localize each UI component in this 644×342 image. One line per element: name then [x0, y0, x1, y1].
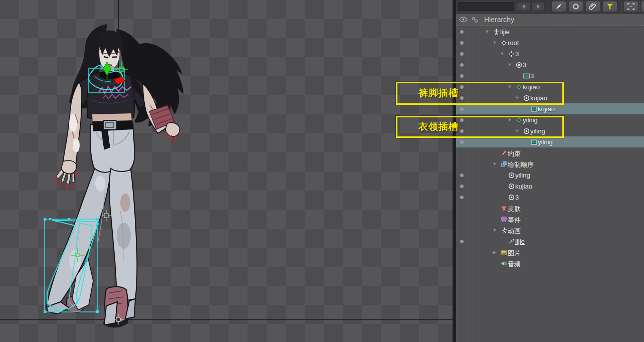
- expander-arrow[interactable]: ▼: [500, 50, 505, 57]
- tree-row-animations[interactable]: ▼ 动画: [456, 225, 644, 236]
- tree-row-label: 3: [523, 61, 526, 69]
- attachment-tool-button[interactable]: [585, 1, 600, 12]
- expander-arrow[interactable]: ▼: [492, 39, 497, 46]
- constraint-pin-icon: [501, 150, 507, 156]
- expander-arrow[interactable]: ▼: [507, 61, 512, 68]
- tree-row-slot[interactable]: yiling: [456, 169, 644, 181]
- toolbar-separator: [621, 2, 621, 12]
- bone-icon: [516, 84, 522, 90]
- hierarchy-tree: ▼ lijie ▼ root ▼ 3 ▼ 3 3: [456, 26, 644, 269]
- tree-row-animation-clip[interactable]: lijie: [456, 236, 644, 247]
- expander-arrow[interactable]: ▼: [507, 83, 512, 90]
- tree-row-bone[interactable]: ▼ kujiao: [456, 81, 644, 92]
- slot-icon: [516, 62, 522, 68]
- tree-row-label: 图片: [508, 249, 521, 258]
- animation-runner-icon: [501, 227, 507, 234]
- images-icon: [501, 249, 507, 256]
- visibility-eye-icon[interactable]: [459, 17, 468, 23]
- paperclip-icon: [588, 2, 597, 11]
- tree-row-label[interactable]: lijie: [515, 238, 525, 245]
- link-icon[interactable]: [472, 17, 478, 23]
- ring-icon: [571, 2, 580, 11]
- visibility-dot[interactable]: [460, 140, 464, 144]
- tree-row-slot[interactable]: ▼ yiling: [456, 125, 644, 136]
- bone-icon: [501, 40, 507, 46]
- visibility-dot[interactable]: [460, 118, 464, 122]
- visibility-dot[interactable]: [460, 41, 464, 45]
- tree-row-bone[interactable]: ▼ yiling: [456, 114, 644, 125]
- visibility-dot[interactable]: [460, 85, 464, 89]
- tree-row-label: 绘制顺序: [508, 160, 534, 169]
- forward-arrow-icon: [535, 4, 541, 10]
- expander-arrow[interactable]: ▼: [515, 127, 520, 134]
- visibility-dot[interactable]: [460, 240, 464, 243]
- visibility-dot[interactable]: [460, 30, 464, 34]
- tree-row-label: 皮肤: [508, 205, 521, 214]
- panel-header: Hierarchy: [456, 14, 644, 26]
- visibility-dot[interactable]: [460, 52, 464, 56]
- tree-row-label: yiling: [523, 116, 538, 124]
- expander-arrow[interactable]: ▼: [492, 160, 497, 167]
- expander-arrow[interactable]: ▼: [485, 28, 490, 35]
- event-icon: [501, 216, 507, 223]
- tree-row-draw-order[interactable]: ▼ 绘制顺序: [456, 158, 644, 169]
- panel-title: Hierarchy: [484, 16, 514, 24]
- slot-icon: [523, 128, 530, 134]
- expander-arrow[interactable]: ▼: [507, 116, 512, 123]
- tree-row-image[interactable]: 3: [456, 70, 644, 81]
- audio-speaker-icon: [501, 260, 507, 267]
- slot-icon: [523, 95, 530, 101]
- tree-row-label: yiling: [515, 172, 530, 179]
- back-button[interactable]: [517, 2, 530, 11]
- tree-row-slot[interactable]: ▼ 3: [456, 59, 644, 70]
- panel-splitter[interactable]: [453, 0, 456, 342]
- expander-arrow[interactable]: ▼: [492, 227, 497, 234]
- create-tool-button[interactable]: [551, 1, 566, 12]
- visibility-dot[interactable]: [460, 174, 464, 177]
- expander-arrow[interactable]: ▼: [515, 94, 520, 101]
- tree-row-bone[interactable]: ▼ root: [456, 37, 644, 48]
- forward-button[interactable]: [531, 2, 545, 11]
- visibility-dot[interactable]: [460, 196, 464, 199]
- clipped-toolbar-button[interactable]: [641, 1, 644, 12]
- filter-tool-button[interactable]: [602, 1, 617, 12]
- tree-row-audio[interactable]: 音频: [456, 258, 644, 269]
- tree-row-slot[interactable]: ▼ kujiao: [456, 92, 644, 103]
- tree-row-label: kujiao: [538, 105, 555, 113]
- fit-view-button[interactable]: [623, 1, 638, 12]
- panel-toolbar: [456, 0, 644, 14]
- search-input[interactable]: [458, 2, 514, 11]
- tree-row-image-selected[interactable]: kujiao: [456, 103, 644, 114]
- back-arrow-icon: [521, 4, 527, 10]
- pen-icon: [554, 2, 563, 11]
- bone-icon: [508, 51, 515, 57]
- expander-arrow-collapsed[interactable]: ▶: [492, 249, 497, 256]
- viewport-canvas[interactable]: [0, 0, 453, 342]
- visibility-dot[interactable]: [460, 63, 464, 67]
- tree-row-constraints[interactable]: 约束: [456, 147, 644, 158]
- tree-row-events[interactable]: 事件: [456, 214, 644, 225]
- hierarchy-panel: Hierarchy ▼ lijie ▼ root ▼ 3 ▼: [456, 0, 644, 342]
- visibility-dot[interactable]: [460, 185, 464, 188]
- tree-row-images[interactable]: ▶ 图片: [456, 247, 644, 258]
- tree-row-label: 3: [530, 72, 534, 80]
- visibility-dot[interactable]: [460, 129, 464, 133]
- tree-row-label: 音频: [508, 260, 521, 269]
- tree-row-label: lijie: [500, 28, 510, 36]
- tree-row-label: kujiao: [515, 183, 532, 190]
- visibility-dot[interactable]: [460, 96, 464, 100]
- tree-row-slot[interactable]: kujiao: [456, 181, 644, 192]
- bone-icon: [516, 117, 522, 123]
- image-icon: [523, 73, 530, 79]
- visibility-dot[interactable]: [460, 107, 464, 111]
- filter-funnel-icon: [605, 2, 614, 11]
- slot-tool-button[interactable]: [568, 1, 583, 12]
- tree-row-image-selected[interactable]: yiling: [456, 136, 644, 147]
- tree-row-skeleton[interactable]: ▼ lijie: [456, 26, 644, 37]
- tree-row-skins[interactable]: 皮肤: [456, 203, 644, 214]
- tree-row-bone[interactable]: ▼ 3: [456, 48, 644, 59]
- tree-row-slot[interactable]: 3: [456, 192, 644, 203]
- skeleton-icon: [493, 29, 500, 35]
- visibility-dot[interactable]: [460, 74, 464, 78]
- tree-row-label: kujiao: [523, 83, 540, 91]
